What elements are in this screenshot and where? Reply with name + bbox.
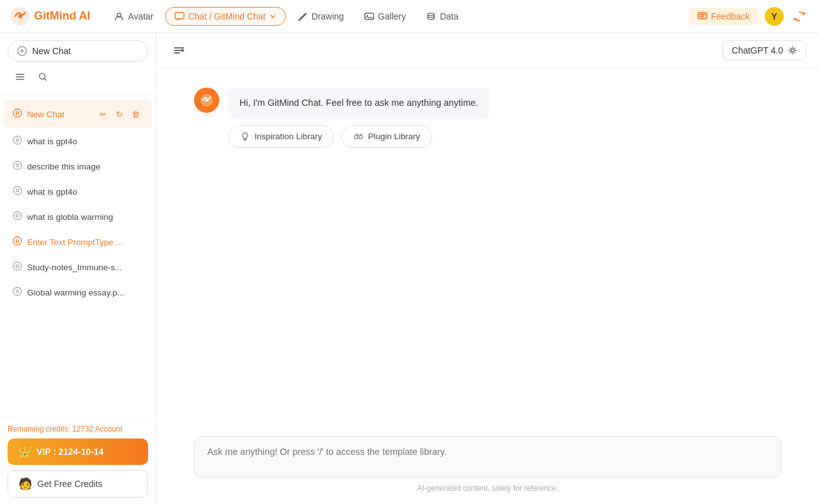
nav-items: Avatar Chat / GitMind Chat Drawing — [105, 7, 683, 26]
collapse-icon — [173, 44, 185, 57]
nav-item-chat[interactable]: Chat / GitMind Chat — [165, 7, 287, 26]
logo-icon — [10, 6, 30, 26]
main-layout: New Chat — [0, 33, 819, 504]
model-selector[interactable]: ChatGPT 4.0 — [723, 40, 806, 60]
svg-point-23 — [13, 262, 21, 270]
avatar-icon — [114, 11, 124, 21]
chat-item[interactable]: what is gpt4o — [4, 129, 152, 153]
chevron-down-icon — [269, 13, 277, 20]
bot-message-row: Hi, I'm GitMind Chat. Feel free to ask m… — [194, 88, 781, 148]
svg-point-16 — [16, 164, 19, 167]
feedback-icon — [697, 11, 707, 21]
chat-item[interactable]: Study-notes_Immune-s... — [4, 255, 152, 279]
share-button[interactable]: ↻ — [112, 106, 127, 122]
svg-rect-3 — [175, 13, 184, 19]
svg-point-15 — [13, 161, 21, 169]
chat-item[interactable]: Global warming essay.p... — [4, 280, 152, 304]
svg-point-6 — [428, 13, 434, 16]
sidebar: New Chat — [0, 33, 156, 504]
svg-point-24 — [16, 265, 19, 268]
nav-item-drawing[interactable]: Drawing — [289, 8, 352, 25]
chat-item-icon — [13, 236, 22, 248]
nav-item-avatar[interactable]: Avatar — [105, 8, 162, 25]
chat-input[interactable] — [194, 436, 781, 478]
vip-button[interactable]: 👑 VIP : 2124-10-14 — [8, 438, 148, 465]
welcome-message: Hi, I'm GitMind Chat. Feel free to ask m… — [228, 88, 490, 119]
lightbulb-icon — [240, 132, 250, 142]
list-view-button[interactable] — [10, 67, 30, 87]
svg-rect-30 — [355, 135, 358, 139]
search-icon — [38, 72, 48, 82]
bot-message-content: Hi, I'm GitMind Chat. Feel free to ask m… — [228, 88, 490, 148]
settings-icon — [788, 46, 797, 55]
chat-item-icon — [13, 211, 22, 222]
svg-rect-31 — [359, 135, 362, 139]
inspiration-library-button[interactable]: Inspiration Library — [228, 125, 334, 148]
svg-point-22 — [16, 240, 19, 243]
svg-point-20 — [16, 215, 19, 217]
svg-rect-7 — [698, 13, 707, 19]
refresh-button[interactable] — [790, 7, 809, 26]
svg-point-29 — [205, 99, 209, 102]
chat-item-icon — [13, 161, 22, 172]
chat-icon — [175, 11, 185, 21]
svg-point-14 — [16, 139, 19, 142]
logo-text: GitMind AI — [34, 9, 90, 23]
nav-item-data[interactable]: Data — [417, 8, 467, 25]
svg-point-25 — [13, 287, 21, 295]
suggestion-buttons: Inspiration Library Plugin Library — [228, 125, 490, 148]
chat-item-icon — [13, 135, 22, 147]
svg-point-21 — [13, 237, 21, 245]
sidebar-tools — [8, 67, 148, 89]
bot-logo-icon — [199, 93, 214, 108]
svg-point-13 — [13, 136, 21, 144]
plugin-library-button[interactable]: Plugin Library — [341, 125, 432, 148]
sidebar-footer: Remaining credits: 12732 Account 👑 VIP :… — [0, 418, 156, 504]
svg-point-1 — [18, 14, 22, 18]
svg-point-17 — [13, 186, 21, 195]
credits-row: Remaining credits: 12732 Account — [8, 425, 148, 433]
input-area: AI-generated content, solely for referen… — [156, 427, 819, 504]
chat-list: New Chat ✏ ↻ 🗑 what is gpt4o describe th… — [0, 95, 156, 418]
free-credits-button[interactable]: 🧑 Get Free Credits — [8, 470, 148, 498]
bot-avatar — [194, 88, 219, 113]
sidebar-header: New Chat — [0, 33, 156, 95]
gallery-icon — [364, 11, 374, 21]
svg-point-11 — [13, 109, 21, 117]
chat-item-icon — [13, 186, 22, 197]
refresh-icon — [793, 10, 806, 23]
svg-point-19 — [13, 212, 21, 220]
new-chat-button[interactable]: New Chat — [8, 40, 148, 62]
svg-point-27 — [791, 49, 794, 52]
rename-button[interactable]: ✏ — [95, 106, 110, 122]
active-chat-item[interactable]: New Chat ✏ ↻ 🗑 — [4, 100, 152, 128]
search-button[interactable] — [33, 67, 53, 87]
data-icon — [426, 11, 436, 21]
chat-area: ChatGPT 4.0 — [156, 33, 819, 504]
chat-item[interactable]: what is gpt4o — [4, 180, 152, 203]
delete-button[interactable]: 🗑 — [128, 106, 143, 122]
feedback-button[interactable]: Feedback — [689, 8, 759, 25]
chat-item[interactable]: Enter Text PromptType ... — [4, 230, 152, 254]
collapse-sidebar-button[interactable] — [169, 40, 189, 60]
chat-item-icon — [13, 261, 22, 273]
chat-bubble-icon — [13, 108, 22, 118]
svg-point-26 — [16, 290, 19, 293]
chat-item[interactable]: describe this image — [4, 154, 152, 178]
chat-topbar: ChatGPT 4.0 — [156, 33, 819, 69]
plugin-icon — [353, 132, 364, 142]
nav-item-gallery[interactable]: Gallery — [355, 8, 415, 25]
active-chat-actions: ✏ ↻ 🗑 — [95, 106, 143, 122]
chat-topbar-right: ChatGPT 4.0 — [723, 40, 806, 60]
logo-area: GitMind AI — [10, 6, 90, 26]
drawing-icon — [297, 11, 307, 21]
chat-item-icon — [13, 108, 22, 120]
chat-item-icon — [13, 287, 22, 298]
messages-area: Hi, I'm GitMind Chat. Feel free to ask m… — [156, 69, 819, 427]
plus-icon — [17, 46, 27, 56]
chat-item[interactable]: what is globla warming — [4, 205, 152, 229]
user-avatar[interactable]: Y — [765, 7, 784, 26]
top-nav: GitMind AI Avatar Chat / GitMind Chat — [0, 0, 819, 33]
footer-note: AI-generated content, solely for referen… — [194, 484, 781, 493]
list-icon — [15, 72, 25, 82]
